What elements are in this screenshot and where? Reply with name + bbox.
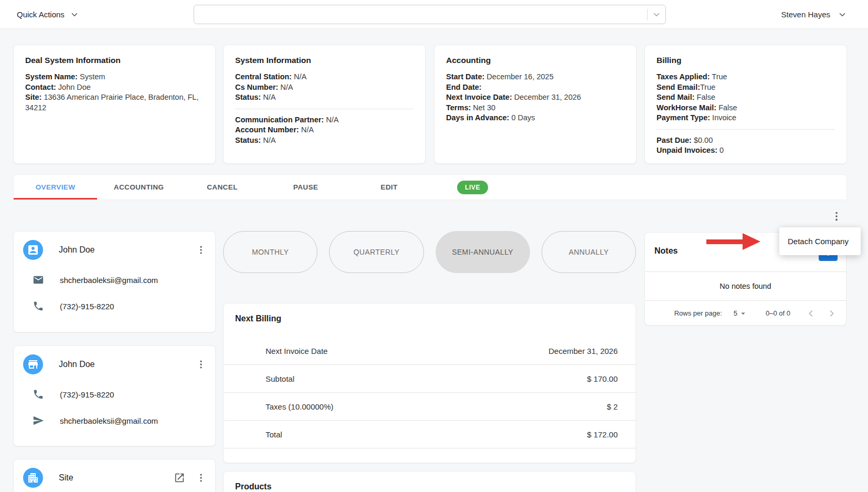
contact-phone-row[interactable]: (732)-915-8220 [14,300,215,312]
contact-more-actions-button[interactable] [194,358,208,371]
kebab-menu-icon [831,211,842,222]
deal-tab-bar: OVERVIEW ACCOUNTING CANCEL PAUSE EDIT LI… [13,174,847,200]
table-row: Total $ 172.00 [224,421,636,448]
previous-page-button[interactable] [804,307,818,320]
info-row: Send Mail: False [657,92,835,103]
site-card-header: Site [14,459,215,488]
rows-per-page-value: 5 [734,309,737,317]
contact-avatar [23,354,43,374]
card-title: Accounting [446,56,624,65]
tab-edit[interactable]: EDIT [347,175,431,200]
live-status-badge[interactable]: LIVE [457,181,488,194]
contact-phone: (732)-915-8220 [60,302,114,311]
tab-overview[interactable]: OVERVIEW [14,175,97,200]
user-menu[interactable]: Steven Hayes [781,0,847,29]
billing-contact-card: John Doe (732)-915-8220 shcherbaoleksii@… [13,346,216,446]
contact-phone-row[interactable]: (732)-915-8220 [14,388,215,401]
info-row: Next Invoice Date: December 31, 2026 [446,92,624,103]
site-avatar [23,468,43,488]
info-row: Unpaid Invoices: 0 [657,145,835,156]
kebab-menu-icon [196,473,206,483]
account-box-icon [27,244,39,256]
kebab-menu-icon [196,245,206,255]
frequency-quarterly-button[interactable]: QUARTERLY [329,231,424,273]
info-row: End Date: [446,82,624,93]
info-row: Account Number: N/A [235,125,414,135]
combobox-open-icon[interactable] [648,10,665,19]
row-label: Taxes (10.00000%) [224,402,607,411]
info-row: Contact: John Doe [25,82,204,93]
frequency-monthly-button[interactable]: MONTHLY [223,231,317,273]
global-search-combobox[interactable] [194,5,666,24]
contact-more-actions-button[interactable] [194,243,208,257]
next-page-button[interactable] [825,307,839,320]
next-billing-table: Next Invoice Date December 31, 2026 Subt… [224,337,636,448]
primary-contact-card: John Doe shcherbaoleksii@gmail.com (732)… [13,231,216,332]
kebab-menu-icon [196,359,206,370]
open-in-new-icon [174,472,185,484]
open-site-button[interactable] [172,470,187,485]
frequency-semi-annually-button[interactable]: SEMI-ANNUALLY [436,231,530,273]
chevron-down-icon [70,10,79,19]
arrow-drop-down-icon [738,309,748,318]
frequency-annually-button[interactable]: ANNUALLY [542,231,636,273]
next-billing-card: Next Billing Next Invoice Date December … [223,303,636,463]
card-divider [657,129,835,130]
tab-cancel[interactable]: CANCEL [181,175,264,200]
user-name: Steven Hayes [781,10,830,19]
search-input[interactable] [194,5,647,24]
info-row: Taxes Applied: True [657,72,835,82]
top-bar: Quick Actions Steven Hayes [0,0,868,29]
contact-email: shcherbaoleksii@gmail.com [60,276,158,285]
notes-pagination: Rows per page: 5 0–0 of 0 [645,301,846,326]
info-row: Communication Partner: N/A [235,115,414,125]
notes-empty-state: No notes found [645,272,846,301]
tab-live[interactable]: LIVE [431,175,514,200]
send-icon [33,415,44,426]
contact-avatar [23,240,43,260]
notes-title: Notes [654,246,678,256]
billing-frequency-selector: MONTHLY QUARTERLY SEMI-ANNUALLY ANNUALLY [223,231,636,273]
active-tab-indicator [14,198,97,200]
billing-card: Billing Taxes Applied: True Send Email:T… [644,45,847,164]
deal-system-information-card: Deal System Information System Name: Sys… [13,45,216,164]
info-row: Site: 13636 American Prairie Place, Brad… [25,92,204,113]
contact-name: John Doe [59,245,194,255]
info-row: Status: N/A [235,92,414,103]
detach-company-menu-item[interactable]: Detach Company [779,237,861,246]
info-row: Past Due: $0.00 [657,135,835,146]
rows-per-page-select[interactable]: 5 [734,309,748,318]
contact-card-header: John Doe [14,346,215,374]
chevron-down-icon [838,10,847,19]
row-label: Next Invoice Date [224,347,548,355]
card-title: Deal System Information [25,56,204,65]
overview-more-actions-button[interactable] [830,210,843,223]
quick-actions-dropdown[interactable]: Quick Actions [17,0,79,29]
rows-per-page-label: Rows per page: [674,309,722,317]
info-row: Terms: Net 30 [446,103,624,113]
storefront-icon [27,358,39,371]
phone-icon [33,389,44,400]
contact-send-email-row[interactable]: shcherbaoleksii@gmail.com [14,414,215,427]
deal-overview-page: Quick Actions Steven Hayes Deal System I… [0,0,868,492]
table-row: Next Invoice Date December 31, 2026 [224,337,636,365]
table-row: Taxes (10.00000%) $ 2 [224,393,636,421]
email-icon [33,274,44,286]
card-divider [235,109,414,109]
info-row: Start Date: December 16, 2025 [446,72,624,82]
tab-pause[interactable]: PAUSE [264,175,347,200]
row-value: $ 170.00 [587,374,636,383]
quick-actions-label: Quick Actions [17,10,65,19]
card-title: System Information [235,56,414,65]
info-row: Status: N/A [235,135,414,146]
products-card: Products [223,471,636,492]
chevron-left-icon [805,307,817,320]
card-title: Billing [657,56,835,65]
site-more-actions-button[interactable] [194,471,208,485]
info-row: Cs Number: N/A [235,82,414,93]
contact-email-row[interactable]: shcherbaoleksii@gmail.com [14,274,215,286]
tab-accounting[interactable]: ACCOUNTING [97,175,181,200]
row-value: $ 172.00 [587,430,636,439]
accounting-card: Accounting Start Date: December 16, 2025… [434,45,637,164]
info-row: Days in Advance: 0 Days [446,113,624,123]
